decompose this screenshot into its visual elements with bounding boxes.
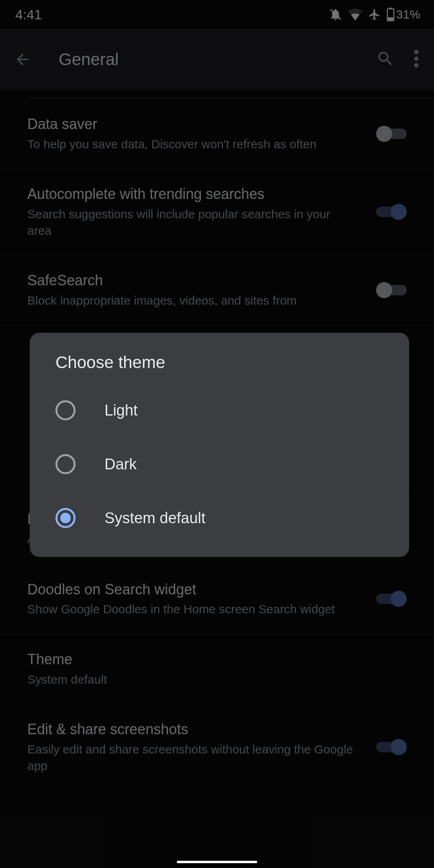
radio-icon <box>55 454 76 474</box>
theme-option-light[interactable]: Light <box>30 383 409 437</box>
radio-label: System default <box>104 510 205 527</box>
dialog-title: Choose theme <box>30 353 409 383</box>
radio-label: Light <box>104 402 137 419</box>
theme-option-dark[interactable]: Dark <box>30 437 409 491</box>
radio-label: Dark <box>104 456 137 473</box>
radio-icon <box>55 508 76 528</box>
radio-icon <box>55 400 76 420</box>
theme-option-system-default[interactable]: System default <box>30 491 409 545</box>
choose-theme-dialog: Choose theme Light Dark System default <box>30 333 409 557</box>
gesture-nav-handle[interactable] <box>177 861 257 863</box>
